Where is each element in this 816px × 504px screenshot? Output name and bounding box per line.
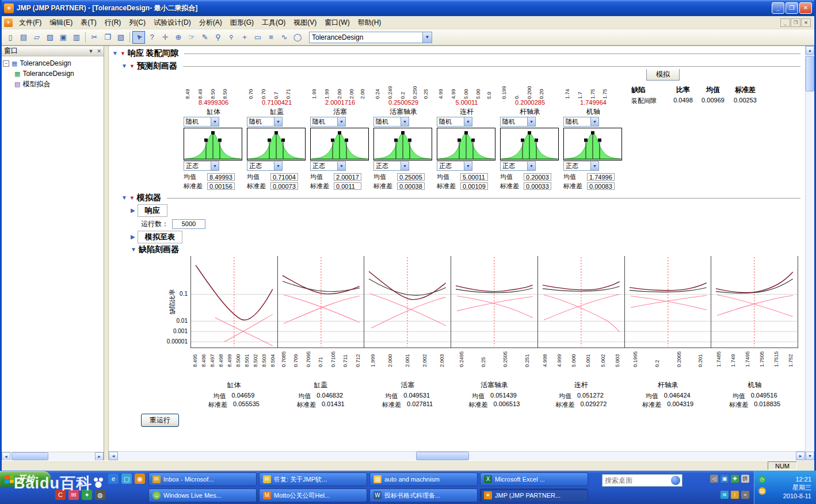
defect-profile-panel[interactable] <box>625 256 712 348</box>
menu-item[interactable]: 试验设计(D) <box>150 17 195 29</box>
annotate-tool-icon[interactable]: ▭ <box>251 31 264 44</box>
save-icon[interactable]: ▣ <box>57 31 70 44</box>
chevron-down-icon[interactable]: ▼ <box>590 117 598 126</box>
chevron-down-icon[interactable]: ▼ <box>211 117 219 126</box>
menu-item[interactable]: 帮助(H) <box>354 17 386 29</box>
task-button-motto[interactable]: M Motto公关公司Hel... <box>259 488 367 502</box>
mean-value[interactable]: 0.25005 <box>397 173 425 181</box>
scroll-left-icon[interactable]: ◄ <box>2 452 10 461</box>
hand-tool-icon[interactable]: ☞ <box>185 31 198 44</box>
tree-item-tolerancedesign-child[interactable]: ▦ ToleranceDesign <box>3 68 102 79</box>
red-menu-triangle-icon[interactable]: ▼ <box>129 195 135 201</box>
panel-dropdown-icon[interactable]: ▼ <box>89 48 94 54</box>
lines-tool-icon[interactable]: ≡ <box>265 31 277 44</box>
tree-item-model-fit[interactable]: ▧ 模型拟合 <box>3 79 102 89</box>
chevron-down-icon[interactable]: ▼ <box>401 117 409 126</box>
restore-button[interactable]: ❐ <box>786 2 798 14</box>
sd-value[interactable]: 0.00038 <box>397 182 425 190</box>
minimize-button[interactable]: _ <box>772 2 784 14</box>
scroll-down-icon[interactable]: ▼ <box>806 452 814 460</box>
mean-value[interactable]: 1.74996 <box>587 173 615 181</box>
update-icon[interactable]: ▣ <box>720 475 729 483</box>
magnifier-icon[interactable]: ⚲ <box>212 31 224 44</box>
globe-tool-icon[interactable]: ⊕ <box>172 31 185 44</box>
mdi-minimize-button[interactable]: _ <box>780 18 790 27</box>
scrollbar-thumb[interactable] <box>416 452 469 460</box>
journal-icon[interactable]: ▤ <box>17 31 30 44</box>
mdi-restore-button[interactable]: ❐ <box>791 18 800 27</box>
menu-item[interactable]: 窗口(W) <box>321 17 353 29</box>
pointer-tool-icon[interactable]: ➤ <box>132 31 145 44</box>
chevron-down-icon[interactable]: ▼ <box>401 162 409 170</box>
menu-item[interactable]: 表(T) <box>77 17 100 29</box>
task-button-inbox[interactable]: ✉ Inbox - Microsof... <box>148 472 257 486</box>
distribution-plot[interactable] <box>373 128 432 161</box>
simulate-button[interactable]: 模拟 <box>646 69 680 81</box>
defect-profile-panel[interactable] <box>711 256 798 348</box>
random-dropdown[interactable]: 随机▼ <box>437 117 472 127</box>
runs-input[interactable] <box>172 219 205 229</box>
chevron-down-icon[interactable]: ▼ <box>590 162 598 170</box>
mdi-close-button[interactable]: ✕ <box>801 18 811 27</box>
chevron-down-icon[interactable]: ▼ <box>527 117 535 126</box>
chevron-down-icon[interactable]: ▼ <box>337 117 345 126</box>
menu-item[interactable]: 图形(G) <box>226 17 258 29</box>
alert-icon[interactable]: ! <box>731 491 739 499</box>
show-desktop-icon[interactable]: ▢ <box>121 474 132 484</box>
sd-value[interactable]: 0.0011 <box>334 182 361 190</box>
main-hscrollbar[interactable]: ◄ ► <box>109 451 805 460</box>
export-icon[interactable]: ▨ <box>44 31 56 44</box>
menu-item[interactable]: 分析(A) <box>195 17 226 29</box>
random-dropdown[interactable]: 随机▼ <box>563 117 599 127</box>
sd-value[interactable]: 0.00073 <box>270 182 298 190</box>
collapse-triangle-icon[interactable]: ▼ <box>131 247 136 253</box>
new-file-icon[interactable]: ▯ <box>4 31 17 44</box>
panel-splitter[interactable] <box>104 46 109 460</box>
volume-icon[interactable]: ◁ <box>710 475 718 483</box>
sd-value[interactable]: 0.00033 <box>524 182 551 190</box>
chevron-down-icon[interactable]: ▼ <box>464 162 472 170</box>
sd-value[interactable]: 0.00109 <box>460 182 488 190</box>
collapse-triangle-icon[interactable]: ▼ <box>121 63 127 69</box>
task-button-excel[interactable]: X Microsoft Excel ... <box>480 472 588 486</box>
scroll-left-icon[interactable]: ◄ <box>109 452 118 460</box>
brush-tool-icon[interactable]: ✎ <box>199 31 211 44</box>
collapse-triangle-icon[interactable]: ▼ <box>121 195 127 201</box>
chevron-down-icon[interactable]: ▼ <box>274 117 282 126</box>
main-vscrollbar[interactable]: ▲ ▼ <box>805 46 814 460</box>
plus-tool-icon[interactable]: + <box>238 31 251 44</box>
language-icon[interactable]: 拼 <box>741 475 749 483</box>
chevron-down-icon[interactable]: ▼ <box>211 162 219 170</box>
random-dropdown[interactable]: 随机▼ <box>184 117 219 127</box>
open-icon[interactable]: ▱ <box>30 31 43 44</box>
panel-close-icon[interactable]: ✕ <box>97 48 101 54</box>
print-icon[interactable]: ▥ <box>70 31 83 44</box>
sd-value[interactable]: 0.00083 <box>587 182 615 190</box>
media-player-icon[interactable]: ◉ <box>135 474 145 484</box>
collapse-icon[interactable]: − <box>3 60 9 67</box>
hidden-icons-chevron-icon[interactable]: « <box>741 491 749 499</box>
task-button-word-doc[interactable]: W 投标书格式科理备... <box>369 488 478 502</box>
menu-item[interactable]: 列(C) <box>125 17 150 29</box>
scrollbar-thumb[interactable] <box>12 452 48 460</box>
random-dropdown[interactable]: 随机▼ <box>310 117 346 127</box>
distribution-plot[interactable] <box>500 128 559 161</box>
chevron-down-icon[interactable]: ▼ <box>274 162 282 170</box>
red-menu-triangle-icon[interactable]: ▼ <box>120 51 125 56</box>
search-icon[interactable] <box>671 476 680 485</box>
menu-item[interactable]: 行(R) <box>101 17 125 29</box>
scroll-up-icon[interactable]: ▲ <box>806 46 814 55</box>
distribution-plot[interactable] <box>247 128 306 161</box>
antivirus-icon[interactable]: ✚ <box>731 475 739 483</box>
chevron-down-icon[interactable]: ▼ <box>337 162 345 170</box>
mean-value[interactable]: 0.20003 <box>524 173 551 181</box>
scroll-right-icon[interactable]: ► <box>95 452 104 461</box>
red-menu-triangle-icon[interactable]: ▼ <box>129 63 135 69</box>
oval-tool-icon[interactable]: ◯ <box>291 31 304 44</box>
distribution-dropdown[interactable]: 正态▼ <box>310 161 346 171</box>
defect-profile-panel[interactable] <box>538 256 625 348</box>
menu-item[interactable]: 编辑(E) <box>45 17 77 29</box>
expand-triangle-icon[interactable]: ▶ <box>131 234 135 240</box>
random-dropdown[interactable]: 随机▼ <box>373 117 409 127</box>
platform-combobox[interactable]: ToleranceDesign ▼ <box>309 32 432 43</box>
